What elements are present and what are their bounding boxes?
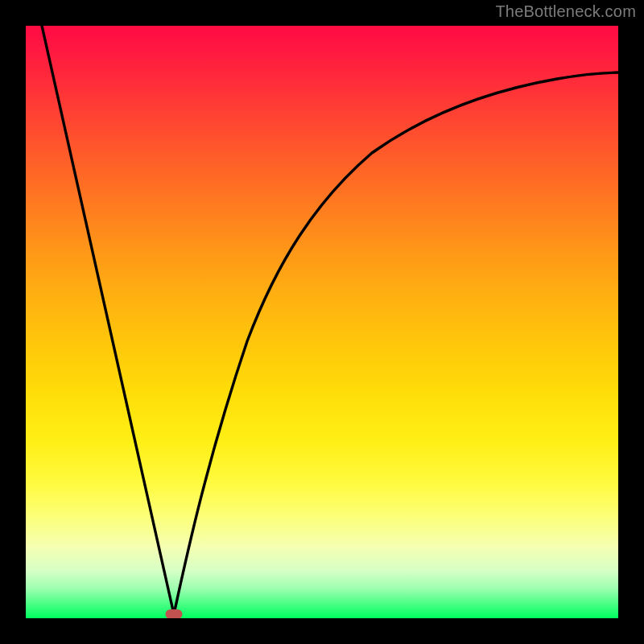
bottleneck-curve bbox=[26, 26, 618, 618]
curve-path bbox=[42, 26, 618, 614]
plot-area bbox=[26, 26, 618, 618]
chart-frame: TheBottleneck.com bbox=[0, 0, 644, 644]
minimum-marker bbox=[166, 609, 183, 618]
watermark-text: TheBottleneck.com bbox=[495, 2, 636, 21]
